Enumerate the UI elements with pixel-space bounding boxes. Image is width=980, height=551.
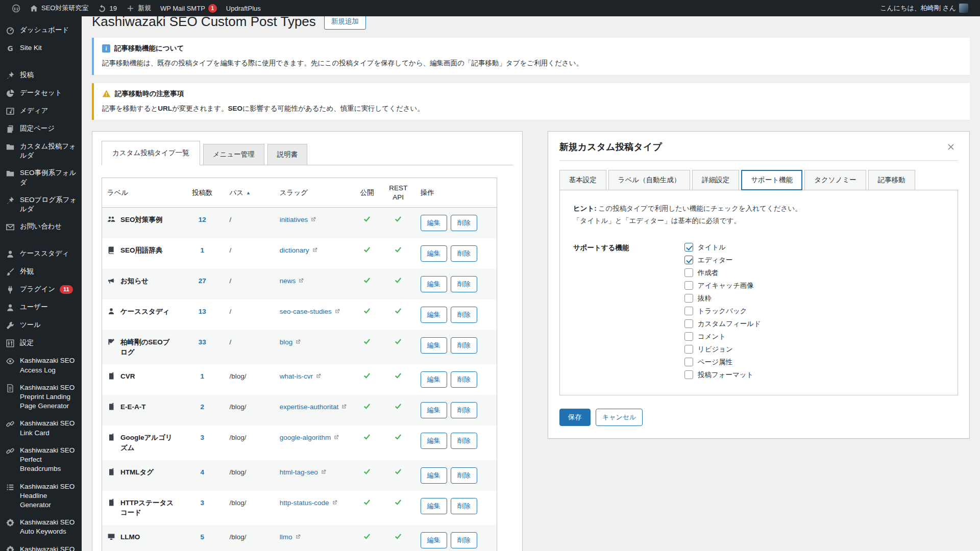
sidebar-item-link[interactable]: Kashiwazaki SEO Perfect Breadcrumbs xyxy=(0,442,82,478)
sidebar-item-link[interactable]: プラグイン11 xyxy=(0,281,82,298)
slug-link[interactable]: http-status-code xyxy=(280,499,329,507)
wp-mail-smtp-link[interactable]: WP Mail SMTP 1 xyxy=(156,0,222,16)
sidebar-item-link[interactable]: Kashiwazaki SEO Access Log xyxy=(0,352,82,379)
slug-link[interactable]: seo-case-studies xyxy=(280,308,332,315)
settings-tab[interactable]: ラベル（自動生成） xyxy=(608,170,690,190)
sidebar-item-link[interactable]: Kashiwazaki SEO Auto Keywords xyxy=(0,514,82,540)
slug-link[interactable]: expertise-authoritat xyxy=(280,403,339,411)
feature-checkbox[interactable]: タイトル xyxy=(684,243,761,252)
post-types-tab[interactable]: メニュー管理 xyxy=(203,144,264,165)
edit-button[interactable]: 編集 xyxy=(421,245,447,262)
edit-button[interactable]: 編集 xyxy=(421,532,447,548)
column-header[interactable]: REST API xyxy=(381,178,415,208)
delete-button[interactable]: 削除 xyxy=(451,276,477,292)
feature-checkbox[interactable]: 作成者 xyxy=(684,268,761,278)
post-count-link[interactable]: 27 xyxy=(199,277,206,285)
save-button[interactable]: 保存 xyxy=(559,409,591,426)
settings-tab[interactable]: 基本設定 xyxy=(559,170,606,190)
settings-tab[interactable]: 記事移動 xyxy=(868,170,915,190)
post-count-link[interactable]: 13 xyxy=(199,308,206,315)
edit-button[interactable]: 編集 xyxy=(421,371,447,388)
post-count-link[interactable]: 5 xyxy=(201,533,205,541)
feature-checkbox[interactable]: コメント xyxy=(684,332,761,341)
delete-button[interactable]: 削除 xyxy=(451,433,477,449)
edit-button[interactable]: 編集 xyxy=(421,467,447,484)
edit-button[interactable]: 編集 xyxy=(421,402,447,418)
sidebar-item-link[interactable]: データセット xyxy=(0,84,82,102)
sidebar-item-link[interactable]: Kashiwazaki SEO Headline Generator xyxy=(0,478,82,514)
feature-checkbox[interactable]: エディター xyxy=(684,256,761,265)
delete-button[interactable]: 削除 xyxy=(451,402,477,418)
column-header[interactable]: 投稿数 xyxy=(180,178,224,208)
delete-button[interactable]: 削除 xyxy=(451,215,477,231)
slug-link[interactable]: html-tag-seo xyxy=(280,468,318,476)
edit-button[interactable]: 編集 xyxy=(421,307,447,323)
post-count-link[interactable]: 1 xyxy=(201,246,205,254)
settings-tab[interactable]: タクソノミー xyxy=(804,170,866,190)
post-count-link[interactable]: 12 xyxy=(199,216,206,223)
feature-checkbox[interactable]: ページ属性 xyxy=(684,358,761,367)
column-header[interactable]: パス▲ xyxy=(224,178,274,208)
slug-link[interactable]: dictionary xyxy=(280,246,309,254)
slug-link[interactable]: what-is-cvr xyxy=(280,372,313,380)
slug-link[interactable]: llmo xyxy=(280,533,292,541)
sidebar-item-link[interactable]: SEO事例系フォルダ xyxy=(0,164,82,191)
post-count-link[interactable]: 3 xyxy=(201,434,205,441)
slug-link[interactable]: blog xyxy=(280,338,293,346)
sidebar-item-link[interactable]: 外観 xyxy=(0,263,82,281)
delete-button[interactable]: 削除 xyxy=(451,307,477,323)
feature-checkbox[interactable]: カスタムフィールド xyxy=(684,319,761,329)
sidebar-item-link[interactable]: 固定ページ xyxy=(0,120,82,138)
sidebar-item-link[interactable]: ユーザー xyxy=(0,298,82,316)
delete-button[interactable]: 削除 xyxy=(451,467,477,484)
settings-tab[interactable]: サポート機能 xyxy=(741,170,802,190)
edit-button[interactable]: 編集 xyxy=(421,433,447,449)
account-menu[interactable]: こんにちは、柏崎剛 さん xyxy=(875,0,973,16)
sidebar-item-link[interactable]: Kashiwazaki SEO Link Card xyxy=(0,415,82,441)
column-header[interactable]: スラッグ xyxy=(275,178,353,208)
sidebar-item-link[interactable]: GSite Kit xyxy=(0,39,82,57)
settings-tab[interactable]: 詳細設定 xyxy=(692,170,739,190)
post-count-link[interactable]: 3 xyxy=(201,499,205,507)
sidebar-item-link[interactable]: カスタム投稿フォルダ xyxy=(0,138,82,164)
sidebar-item-link[interactable]: SEOブログ系フォルダ xyxy=(0,191,82,218)
wordpress-menu[interactable] xyxy=(7,0,25,16)
feature-checkbox[interactable]: アイキャッチ画像 xyxy=(684,281,761,290)
sidebar-item-link[interactable]: ケーススタディ xyxy=(0,245,82,263)
feature-checkbox[interactable]: リビジョン xyxy=(684,345,761,354)
new-content-link[interactable]: 新規 xyxy=(121,0,156,16)
cancel-button[interactable]: キャンセル xyxy=(596,409,643,426)
edit-button[interactable]: 編集 xyxy=(421,337,447,354)
sidebar-item-link[interactable]: お問い合わせ xyxy=(0,218,82,236)
post-count-link[interactable]: 4 xyxy=(201,468,205,476)
post-types-tab[interactable]: 説明書 xyxy=(267,144,308,165)
slug-link[interactable]: news xyxy=(280,277,296,285)
updraftplus-link[interactable]: UpdraftPlus xyxy=(222,0,265,16)
feature-checkbox[interactable]: 投稿フォーマット xyxy=(684,370,761,380)
sidebar-item-link[interactable]: ツール xyxy=(0,316,82,334)
sidebar-item-link[interactable]: メディア xyxy=(0,102,82,120)
sidebar-item-link[interactable]: Kashiwazaki SEO XML VitalCheck xyxy=(0,541,82,551)
post-types-tab[interactable]: カスタム投稿タイプ一覧 xyxy=(102,141,200,165)
edit-button[interactable]: 編集 xyxy=(421,215,447,231)
post-count-link[interactable]: 33 xyxy=(199,338,206,346)
sidebar-item-link[interactable]: ダッシュボード xyxy=(0,21,82,39)
sidebar-item-link[interactable]: 投稿 xyxy=(0,66,82,84)
close-icon[interactable] xyxy=(947,141,958,153)
sidebar-item-link[interactable]: 設定 xyxy=(0,334,82,352)
edit-button[interactable]: 編集 xyxy=(421,276,447,292)
slug-link[interactable]: initiatives xyxy=(280,216,308,223)
delete-button[interactable]: 削除 xyxy=(451,498,477,514)
delete-button[interactable]: 削除 xyxy=(451,371,477,388)
edit-button[interactable]: 編集 xyxy=(421,498,447,514)
slug-link[interactable]: google-algorithm xyxy=(280,434,331,441)
delete-button[interactable]: 削除 xyxy=(451,245,477,262)
column-header[interactable]: 公開 xyxy=(353,178,381,208)
sidebar-item-link[interactable]: Kashiwazaki SEO Preprint Landing Page Ge… xyxy=(0,379,82,415)
delete-button[interactable]: 削除 xyxy=(451,532,477,548)
delete-button[interactable]: 削除 xyxy=(451,337,477,354)
post-count-link[interactable]: 2 xyxy=(201,403,205,411)
site-name-link[interactable]: SEO対策研究室 xyxy=(25,0,93,16)
column-header[interactable]: ラベル xyxy=(102,178,181,208)
feature-checkbox[interactable]: トラックバック xyxy=(684,307,761,316)
